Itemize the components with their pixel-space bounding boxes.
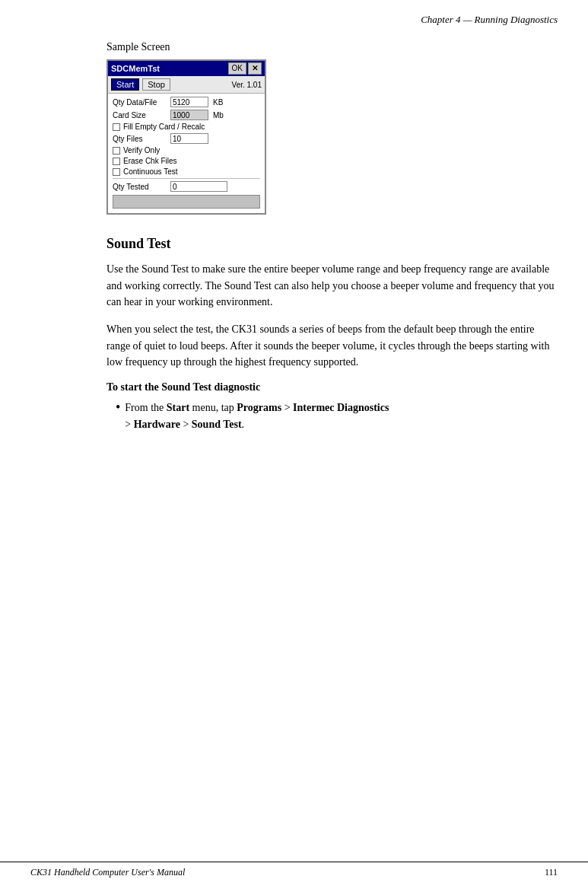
hardware-bold: Hardware xyxy=(134,419,180,430)
qty-files-input[interactable] xyxy=(170,133,208,144)
screen-divider xyxy=(113,178,260,179)
continuous-test-label: Continuous Test xyxy=(123,167,178,176)
verify-only-row: Verify Only xyxy=(113,146,260,155)
qty-data-label: Qty Data/File xyxy=(113,98,167,107)
qty-files-row: Qty Files xyxy=(113,133,260,144)
sound-test-para-1: Use the Sound Test to make sure the enti… xyxy=(106,261,558,311)
screen-toolbar: Start Stop Ver. 1.01 xyxy=(108,76,265,94)
header-text: Chapter 4 — Running Diagnostics xyxy=(421,14,558,25)
page-header: Chapter 4 — Running Diagnostics xyxy=(0,0,588,33)
page-footer: CK31 Handheld Computer User's Manual 111 xyxy=(0,862,588,878)
bullet-text: From the Start menu, tap Programs > Inte… xyxy=(125,400,389,432)
intermec-bold: Intermec Diagnostics xyxy=(293,402,389,413)
fill-empty-row: Fill Empty Card / Recalc xyxy=(113,123,260,131)
qty-data-unit: KB xyxy=(213,98,223,107)
card-size-unit: Mb xyxy=(213,111,224,119)
bullet-item-1: • From the Start menu, tap Programs > In… xyxy=(116,400,558,432)
sound-bold: Sound Test xyxy=(192,419,242,430)
qty-files-label: Qty Files xyxy=(113,135,167,143)
sound-test-heading: Sound Test xyxy=(106,236,558,252)
device-screen: SDCMemTst OK ✕ Start Stop Ver. 1.01 Qty … xyxy=(106,59,266,215)
start-button[interactable]: Start xyxy=(111,78,139,91)
erase-chk-row: Erase Chk Files xyxy=(113,157,260,165)
fill-empty-checkbox[interactable] xyxy=(113,123,120,131)
bullet-list: • From the Start menu, tap Programs > In… xyxy=(106,400,558,432)
verify-only-label: Verify Only xyxy=(123,146,160,155)
qty-data-row: Qty Data/File KB xyxy=(113,97,260,107)
start-bold: Start xyxy=(167,402,189,413)
sub-heading-sound: To start the Sound Test diagnostic xyxy=(106,381,558,393)
qty-data-input[interactable] xyxy=(170,97,208,107)
fill-empty-label: Fill Empty Card / Recalc xyxy=(123,123,205,131)
stop-button[interactable]: Stop xyxy=(142,78,170,91)
continuous-test-checkbox[interactable] xyxy=(113,168,120,176)
screen-titlebar: SDCMemTst OK ✕ xyxy=(108,61,265,76)
close-button[interactable]: ✕ xyxy=(248,62,262,75)
card-size-input[interactable] xyxy=(170,110,208,120)
qty-tested-input[interactable] xyxy=(170,181,227,192)
erase-chk-label: Erase Chk Files xyxy=(123,157,177,165)
ok-button[interactable]: OK xyxy=(228,62,246,75)
version-label: Ver. 1.01 xyxy=(232,81,262,89)
continuous-test-row: Continuous Test xyxy=(113,167,260,176)
verify-only-checkbox[interactable] xyxy=(113,147,120,155)
card-size-row: Card Size Mb xyxy=(113,110,260,120)
content-area: Sample Screen SDCMemTst OK ✕ Start Stop … xyxy=(0,33,588,474)
sample-screen-label: Sample Screen xyxy=(106,41,558,53)
titlebar-buttons: OK ✕ xyxy=(228,62,262,75)
sound-test-para-2: When you select the test, the CK31 sound… xyxy=(106,321,558,371)
footer-left: CK31 Handheld Computer User's Manual xyxy=(30,867,185,878)
programs-bold: Programs xyxy=(237,402,281,413)
bullet-dot: • xyxy=(116,400,120,416)
screen-title: SDCMemTst xyxy=(111,64,160,73)
qty-tested-label: Qty Tested xyxy=(113,183,167,191)
screen-body: Qty Data/File KB Card Size Mb Fill Empty… xyxy=(108,94,265,213)
erase-chk-checkbox[interactable] xyxy=(113,158,120,165)
qty-tested-row: Qty Tested xyxy=(113,181,260,192)
footer-right: 111 xyxy=(545,867,558,878)
card-size-label: Card Size xyxy=(113,111,167,119)
screen-footer-bar xyxy=(113,195,260,209)
